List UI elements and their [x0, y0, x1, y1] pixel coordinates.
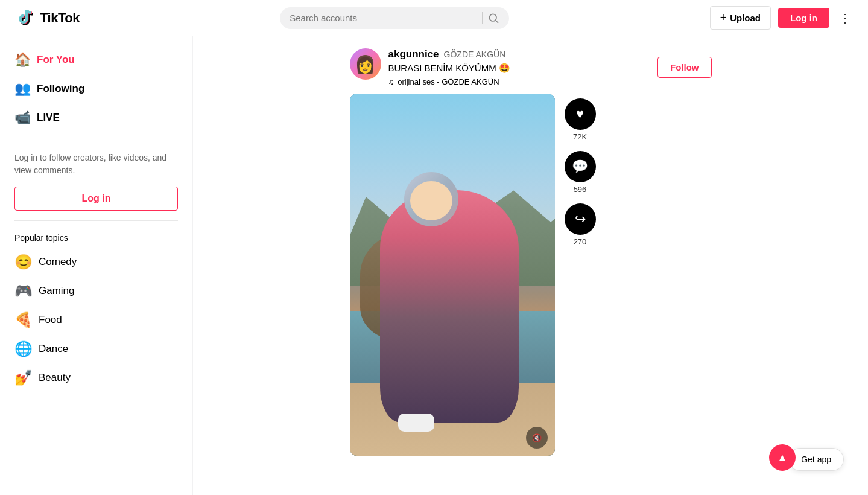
like-count: 72K — [573, 132, 587, 141]
main-feed: 👩 akgunnice GÖZDE AKGÜN BURASI BENİM KÖY… — [193, 36, 868, 495]
share-button[interactable]: ↪ — [565, 203, 596, 235]
upload-label: Upload — [730, 13, 761, 23]
post-caption: BURASI BENİM KÖYÜMM 🤩 — [388, 63, 651, 74]
scroll-to-top-button[interactable]: ▲ — [769, 444, 796, 471]
post-header: 👩 akgunnice GÖZDE AKGÜN BURASI BENİM KÖY… — [350, 48, 712, 86]
topic-label: Gaming — [39, 285, 75, 297]
more-options-button[interactable]: ⋮ — [837, 8, 854, 28]
video-background — [350, 94, 555, 456]
dance-icon: 🌐 — [14, 340, 31, 357]
post-username[interactable]: akgunnice — [388, 48, 439, 60]
scroll-top-icon: ▲ — [777, 452, 788, 464]
avatar: 👩 — [350, 48, 381, 80]
sidebar-item-following[interactable]: 👥 Following — [5, 75, 188, 103]
share-icon: ↪ — [575, 211, 586, 227]
header-right: + Upload Log in ⋮ — [710, 6, 854, 30]
search-bar[interactable] — [280, 7, 509, 29]
sidebar: 🏠 For You 👥 Following 📹 LIVE Log in to f… — [0, 36, 193, 495]
like-button[interactable]: ♥ — [565, 98, 596, 130]
get-app-area: Get app — [788, 448, 844, 471]
feed-container: 👩 akgunnice GÖZDE AKGÜN BURASI BENİM KÖY… — [350, 48, 712, 483]
food-icon: 🍕 — [14, 311, 31, 328]
video-wrapper: 🔇 ♥ 72K 💬 596 — [350, 94, 712, 456]
share-count: 270 — [574, 237, 587, 246]
music-icon: ♫ — [388, 77, 394, 86]
upload-plus-icon: + — [720, 11, 727, 24]
topic-gaming[interactable]: 🎮 Gaming — [5, 276, 188, 305]
post-user-row: akgunnice GÖZDE AKGÜN — [388, 48, 651, 60]
home-icon: 🏠 — [14, 52, 31, 68]
topics-divider — [14, 220, 178, 221]
sidebar-login-button[interactable]: Log in — [14, 187, 178, 211]
header-login-button[interactable]: Log in — [778, 8, 829, 28]
topic-comedy[interactable]: 😊 Comedy — [5, 248, 188, 276]
sidebar-divider — [14, 139, 178, 139]
comment-count: 596 — [574, 185, 587, 194]
search-divider — [482, 12, 483, 24]
comment-group: 💬 596 — [565, 151, 596, 194]
logo-text: TikTok — [40, 10, 80, 26]
layout: 🏠 For You 👥 Following 📹 LIVE Log in to f… — [0, 0, 868, 495]
login-prompt-text: Log in to follow creators, like videos, … — [5, 147, 188, 187]
get-app-button[interactable]: Get app — [788, 448, 844, 471]
search-button[interactable] — [487, 12, 499, 24]
post-displayname: GÖZDE AKGÜN — [444, 50, 506, 59]
sidebar-item-label: LIVE — [37, 112, 60, 124]
live-icon: 📹 — [14, 110, 31, 126]
video-container[interactable]: 🔇 — [350, 94, 555, 456]
following-icon: 👥 — [14, 81, 31, 97]
mute-icon: 🔇 — [532, 433, 542, 442]
post-music: ♫ orijinal ses - GÖZDE AKGÜN — [388, 77, 651, 86]
tiktok-logo-icon — [14, 7, 36, 29]
topic-label: Dance — [39, 343, 68, 355]
beauty-icon: 💅 — [14, 369, 31, 386]
sidebar-item-label: For You — [37, 54, 75, 66]
share-group: ↪ 270 — [565, 203, 596, 246]
heart-icon: ♥ — [576, 106, 584, 122]
like-group: ♥ 72K — [565, 98, 596, 141]
comedy-icon: 😊 — [14, 254, 31, 270]
topic-food[interactable]: 🍕 Food — [5, 305, 188, 334]
topic-label: Comedy — [39, 256, 77, 268]
logo[interactable]: TikTok — [14, 7, 80, 29]
action-sidebar: ♥ 72K 💬 596 ↪ 270 — [565, 94, 596, 456]
topic-label: Beauty — [39, 372, 71, 384]
header: TikTok + Upload Log in ⋮ — [0, 0, 868, 36]
upload-button[interactable]: + Upload — [710, 6, 771, 30]
more-icon: ⋮ — [839, 11, 851, 25]
topic-label: Food — [39, 314, 62, 326]
comment-icon: 💬 — [572, 159, 588, 174]
gaming-icon: 🎮 — [14, 283, 31, 299]
search-icon — [487, 12, 499, 24]
mute-button[interactable]: 🔇 — [526, 427, 548, 449]
topic-dance[interactable]: 🌐 Dance — [5, 334, 188, 363]
search-input[interactable] — [290, 13, 477, 23]
post-info: akgunnice GÖZDE AKGÜN BURASI BENİM KÖYÜM… — [388, 48, 651, 86]
sidebar-item-live[interactable]: 📹 LIVE — [5, 104, 188, 132]
comment-button[interactable]: 💬 — [565, 151, 596, 182]
sidebar-item-label: Following — [37, 83, 84, 95]
follow-button[interactable]: Follow — [657, 57, 712, 78]
sidebar-item-for-you[interactable]: 🏠 For You — [5, 46, 188, 74]
popular-topics-label: Popular topics — [5, 228, 188, 248]
topic-beauty[interactable]: 💅 Beauty — [5, 363, 188, 392]
